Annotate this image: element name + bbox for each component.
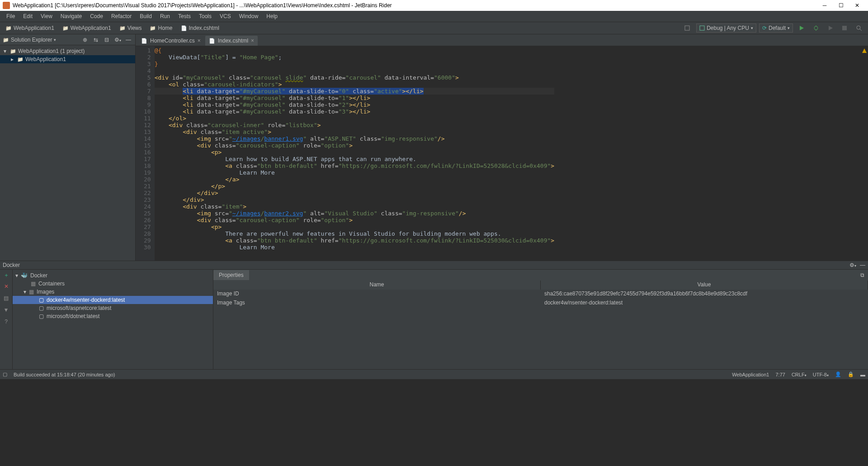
menu-tests[interactable]: Tests — [175, 12, 194, 20]
menu-build[interactable]: Build — [136, 12, 156, 20]
project-icon — [17, 56, 24, 62]
collapse-all-button[interactable]: ⊟ — [103, 37, 111, 43]
menu-window[interactable]: Window — [236, 12, 262, 20]
svg-rect-0 — [685, 26, 689, 30]
folder-icon — [3, 37, 9, 43]
close-tab-icon[interactable]: × — [198, 38, 201, 44]
menu-navigate[interactable]: Navigate — [57, 12, 85, 20]
status-inspections-icon[interactable]: 👤 — [835, 371, 841, 377]
svg-rect-7 — [842, 26, 847, 30]
maximize-button[interactable]: ☐ — [833, 2, 849, 9]
properties-tab[interactable]: Properties — [213, 270, 249, 280]
properties-table: Name Value Image ID sha256:cae870735e91d… — [213, 281, 868, 369]
close-tab-icon[interactable]: × — [251, 38, 254, 44]
close-window-button[interactable]: ✕ — [849, 2, 865, 9]
docker-settings-icon[interactable]: ⚙▾ — [849, 262, 856, 268]
code-editor[interactable]: 1234567891011121314151617181920212223242… — [136, 46, 868, 261]
stop-button[interactable] — [839, 24, 850, 32]
menu-run[interactable]: Run — [156, 12, 174, 20]
breadcrumb-views[interactable]: Views — [117, 24, 145, 32]
status-encoding[interactable]: UTF-8♦ — [813, 372, 829, 377]
docker-root-node[interactable]: 🐳Docker — [13, 271, 213, 280]
folder-icon — [150, 25, 156, 31]
docker-image-item[interactable]: ▢microsoft/aspnetcore:latest — [13, 304, 213, 312]
docker-image-item[interactable]: ▢docker4w/nsenter-dockerd:latest — [13, 296, 213, 304]
run-configuration-select[interactable]: ⟳Default▾ — [759, 24, 793, 33]
menu-code[interactable]: Code — [86, 12, 107, 20]
status-line-ending[interactable]: CRLF♦ — [792, 372, 807, 377]
menu-tools[interactable]: Tools — [195, 12, 215, 20]
code-content[interactable]: @{ ViewData["Title"] = "Home Page";} <di… — [155, 46, 554, 261]
status-project[interactable]: WebApplication1 — [732, 372, 769, 377]
line-gutter: 1234567891011121314151617181920212223242… — [136, 46, 155, 261]
docker-disconnect-button[interactable]: ✕ — [2, 283, 11, 291]
image-icon: ▢ — [39, 305, 44, 311]
navigation-toolbar: WebApplication1 WebApplication1 Views Ho… — [0, 22, 868, 34]
breadcrumb-home[interactable]: Home — [147, 24, 175, 32]
status-lock-icon[interactable]: 🔒 — [848, 371, 854, 377]
docker-deploy-button[interactable]: ▤ — [2, 295, 11, 303]
docker-tool-title[interactable]: Docker ⚙▾ — — [0, 261, 868, 270]
chevron-down-icon — [4, 48, 8, 54]
debug-button[interactable] — [810, 24, 822, 32]
status-memory-icon[interactable]: ▬ — [860, 372, 865, 377]
menu-vcs[interactable]: VCS — [216, 12, 235, 20]
menu-help[interactable]: Help — [263, 12, 281, 20]
docker-icon: 🐳 — [21, 272, 28, 279]
solution-root-node[interactable]: WebApplication1 (1 project) — [0, 47, 135, 55]
docker-properties-panel: Properties ⧉ Name Value Image ID sha256:… — [213, 270, 868, 369]
image-icon: ▢ — [39, 297, 44, 303]
expand-all-button[interactable]: ⇆ — [92, 37, 100, 43]
docker-images-node[interactable]: ▦Images — [13, 288, 213, 296]
attach-button[interactable] — [825, 24, 836, 32]
minimize-button[interactable]: ─ — [816, 2, 833, 9]
folder-icon — [62, 25, 69, 31]
breadcrumb-root[interactable]: WebApplication1 — [3, 24, 57, 32]
table-header: Name Value — [213, 281, 868, 290]
status-build-message[interactable]: Build succeeded at 15:18:47 (20 minutes … — [14, 372, 115, 377]
menu-edit[interactable]: Edit — [19, 12, 36, 20]
folder-icon — [5, 25, 12, 31]
solution-explorer-title[interactable]: Solution Explorer ▾ — [3, 37, 56, 43]
table-row[interactable]: Image ID sha256:cae870735e91d8f29efc7245… — [213, 290, 868, 299]
search-everywhere-button[interactable] — [853, 24, 865, 33]
menu-view[interactable]: View — [37, 12, 56, 20]
docker-connect-button[interactable]: ＋ — [2, 271, 11, 280]
svg-rect-1 — [700, 26, 704, 30]
docker-containers-node[interactable]: ▦Containers — [13, 280, 213, 288]
breadcrumb-project[interactable]: WebApplication1 — [60, 24, 114, 32]
docker-props-popout-icon[interactable]: ⧉ — [857, 272, 868, 278]
hide-button[interactable]: — — [124, 37, 132, 43]
menu-refactor[interactable]: Refactor — [108, 12, 135, 20]
breadcrumb-file[interactable]: Index.cshtml — [178, 24, 222, 32]
editor-area: HomeController.cs× Index.cshtml× 1234567… — [136, 34, 868, 261]
configuration-select[interactable]: Debug | Any CPU▾ — [696, 24, 756, 33]
table-row[interactable]: Image Tags docker4w/nsenter-dockerd:late… — [213, 299, 868, 308]
status-cursor-position[interactable]: 7:77 — [775, 372, 785, 377]
project-node[interactable]: WebApplication1 — [0, 55, 135, 63]
docker-tool-window: ＋ ✕ ▤ ▼ ? 🐳Docker ▦Containers ▦Images ▢d… — [0, 270, 868, 369]
run-button[interactable] — [796, 24, 807, 32]
docker-hide-icon[interactable]: — — [860, 262, 865, 268]
chevron-right-icon — [11, 56, 15, 62]
docker-help-button[interactable]: ? — [2, 319, 11, 327]
col-name[interactable]: Name — [213, 281, 541, 290]
folder-icon — [119, 25, 126, 31]
col-value[interactable]: Value — [541, 281, 868, 290]
docker-image-item[interactable]: ▢microsoft/dotnet:latest — [13, 312, 213, 320]
tool-window-button[interactable]: ▢ — [3, 371, 7, 377]
tab-homecontroller[interactable]: HomeController.cs× — [137, 36, 204, 46]
status-bar: ▢ Build succeeded at 15:18:47 (20 minute… — [0, 369, 868, 379]
chevron-down-icon — [15, 272, 18, 279]
containers-icon: ▦ — [31, 281, 36, 287]
build-solution-button[interactable] — [681, 24, 693, 33]
csharp-file-icon — [141, 38, 147, 44]
locate-file-button[interactable]: ⊕ — [81, 37, 89, 43]
docker-filter-button[interactable]: ▼ — [2, 307, 11, 315]
settings-button[interactable]: ⚙▾ — [113, 37, 122, 43]
solution-explorer-header: Solution Explorer ▾ ⊕ ⇆ ⊟ ⚙▾ — — [0, 34, 135, 45]
tab-index-cshtml[interactable]: Index.cshtml× — [205, 36, 258, 46]
warning-indicator-icon[interactable] — [862, 48, 867, 53]
window-title: WebApplication1 [C:\Users\rperes\Documen… — [13, 2, 392, 9]
menu-file[interactable]: File — [3, 12, 19, 20]
